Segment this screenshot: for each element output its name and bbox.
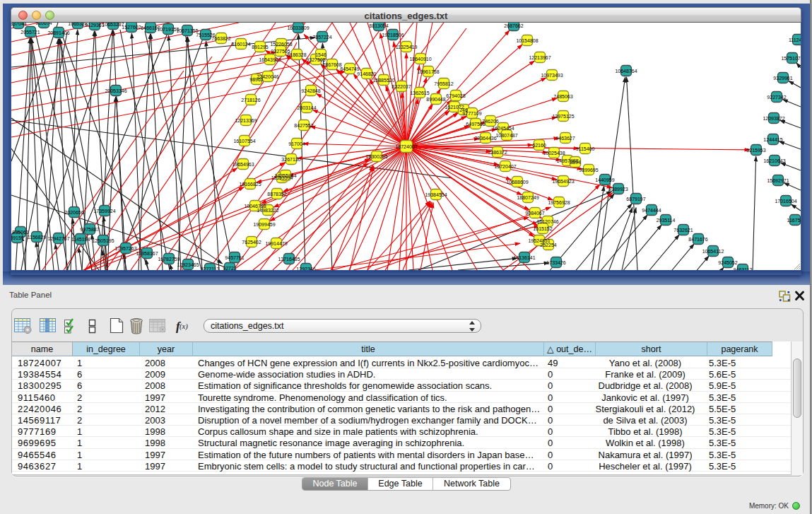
svg-text:17957263: 17957263 [114, 246, 136, 251]
svg-text:20053346: 20053346 [105, 88, 126, 93]
svg-text:16245454: 16245454 [492, 126, 514, 131]
svg-text:910674: 910674 [35, 23, 52, 25]
svg-text:9242848: 9242848 [301, 88, 320, 93]
svg-text:18640910: 18640910 [409, 57, 431, 62]
svg-text:62160: 62160 [532, 143, 546, 148]
svg-text:252254: 252254 [540, 243, 556, 247]
svg-text:1440959: 1440959 [595, 177, 614, 182]
svg-text:2020656: 2020656 [64, 210, 83, 215]
svg-text:837044: 837044 [11, 23, 27, 26]
svg-text:9084067: 9084067 [525, 211, 544, 216]
svg-text:8427552: 8427552 [294, 123, 313, 128]
svg-text:16543962: 16543962 [259, 57, 281, 62]
svg-text:1615152: 1615152 [533, 226, 552, 231]
svg-text:7632621: 7632621 [673, 228, 693, 233]
svg-text:1733426: 1733426 [546, 260, 565, 265]
svg-text:7663822: 7663822 [211, 36, 230, 41]
svg-text:12213369: 12213369 [235, 118, 257, 123]
svg-text:9899695: 9899695 [579, 168, 598, 173]
svg-text:11325419: 11325419 [396, 45, 418, 49]
svg-text:15720407: 15720407 [494, 164, 516, 169]
svg-text:19218506: 19218506 [382, 33, 404, 37]
svg-text:10154808: 10154808 [516, 38, 538, 43]
svg-text:15885520: 15885520 [372, 78, 394, 83]
svg-text:1244415: 1244415 [763, 137, 782, 142]
svg-text:2718126: 2718126 [241, 98, 260, 103]
svg-text:8186328: 8186328 [287, 52, 306, 57]
svg-text:19756928: 19756928 [548, 200, 570, 205]
svg-text:16961758: 16961758 [417, 69, 439, 74]
svg-text:9389923: 9389923 [608, 187, 628, 192]
svg-text:1156829: 1156829 [28, 235, 47, 240]
svg-text:10688609: 10688609 [506, 180, 528, 185]
svg-text:12505195: 12505195 [92, 238, 114, 243]
svg-text:9457791: 9457791 [225, 255, 244, 260]
svg-text:7625402: 7625402 [242, 240, 261, 245]
svg-text:14355964: 14355964 [274, 173, 296, 178]
svg-text:9245052: 9245052 [718, 260, 737, 265]
svg-text:8894: 8894 [570, 160, 581, 165]
svg-text:8215953: 8215953 [746, 148, 765, 153]
svg-text:16120746: 16120746 [536, 219, 558, 224]
svg-text:1527602: 1527602 [122, 25, 141, 30]
svg-text:19914479: 19914479 [265, 241, 287, 246]
svg-text:16782759: 16782759 [158, 257, 180, 262]
svg-text:1546: 1546 [315, 52, 326, 57]
svg-text:19384554: 19384554 [425, 192, 447, 197]
svg-text:19099459: 19099459 [253, 222, 275, 227]
svg-text:18724007: 18724007 [395, 144, 417, 149]
svg-text:9463627: 9463627 [555, 136, 575, 141]
svg-text:1145194: 1145194 [71, 237, 90, 242]
svg-text:746206: 746206 [482, 119, 498, 124]
svg-text:8878352: 8878352 [267, 192, 286, 197]
svg-text:8160124: 8160124 [231, 42, 250, 47]
svg-text:15692971: 15692971 [767, 178, 789, 183]
svg-text:16210643: 16210643 [763, 158, 785, 163]
svg-text:3267130: 3267130 [281, 157, 300, 162]
svg-text:14983222: 14983222 [257, 208, 278, 213]
svg-text:8454749: 8454749 [340, 66, 359, 71]
svg-text:10648764: 10648764 [615, 69, 637, 74]
svg-text:13716485: 13716485 [278, 257, 300, 262]
svg-text:19166825: 19166825 [239, 182, 261, 187]
svg-text:917004: 917004 [288, 141, 305, 146]
svg-text:2687662: 2687662 [504, 23, 523, 28]
svg-text:20891406: 20891406 [47, 30, 69, 35]
svg-text:1362615: 1362615 [410, 90, 429, 95]
svg-text:2055721: 2055721 [20, 30, 40, 35]
svg-text:9146821: 9146821 [357, 71, 376, 76]
svg-text:17016504: 17016504 [775, 199, 796, 204]
svg-text:16033809: 16033809 [287, 25, 309, 30]
svg-text:19654963: 19654963 [232, 162, 254, 167]
svg-text:9329961: 9329961 [773, 76, 792, 81]
svg-text:(x): (x) [180, 322, 188, 331]
svg-text:7386372: 7386372 [488, 150, 507, 155]
svg-text:9777109: 9777109 [462, 111, 481, 116]
svg-text:9115460: 9115460 [576, 146, 595, 151]
svg-text:16107554: 16107554 [233, 139, 255, 144]
svg-text:7485063: 7485063 [553, 94, 572, 99]
svg-text:2935114: 2935114 [657, 218, 676, 223]
svg-text:10671355: 10671355 [176, 28, 198, 33]
svg-text:18807249: 18807249 [517, 195, 539, 200]
svg-text:14136141: 14136141 [513, 255, 535, 260]
svg-text:8322037: 8322037 [392, 84, 411, 89]
svg-text:7857224: 7857224 [312, 35, 331, 40]
svg-text:12093872: 12093872 [763, 116, 784, 121]
svg-text:13975125: 13975125 [552, 114, 574, 119]
svg-text:9327505: 9327505 [306, 57, 325, 62]
svg-text:18300295: 18300295 [365, 154, 387, 159]
svg-text:39159: 39159 [11, 235, 24, 240]
svg-text:1112490: 1112490 [789, 37, 801, 42]
svg-text:12942757: 12942757 [47, 236, 69, 241]
svg-text:19654923: 19654923 [552, 179, 574, 184]
svg-text:12923465: 12923465 [177, 262, 199, 267]
svg-text:9227342: 9227342 [767, 95, 786, 100]
svg-text:20364436: 20364436 [474, 136, 496, 141]
svg-text:13958167: 13958167 [136, 251, 158, 256]
svg-text:15751074: 15751074 [781, 56, 801, 61]
svg-text:2867608: 2867608 [322, 62, 341, 67]
svg-text:9975887: 9975887 [80, 227, 99, 232]
svg-text:6794028: 6794028 [446, 93, 465, 98]
svg-text:7955812: 7955812 [434, 81, 453, 86]
